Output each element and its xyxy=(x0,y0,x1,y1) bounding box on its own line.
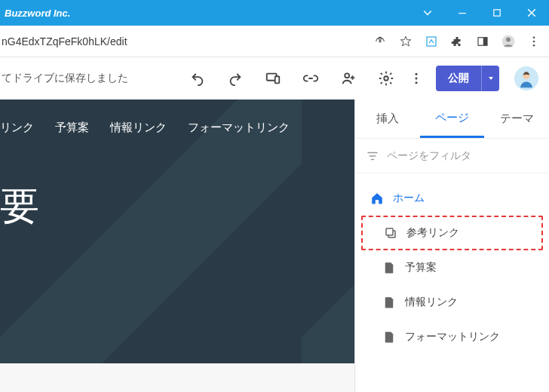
more-icon[interactable] xyxy=(526,34,541,49)
page-icon xyxy=(382,261,396,274)
window-title: Buzzword Inc. xyxy=(5,8,70,19)
copy-icon xyxy=(384,226,397,240)
profile-icon[interactable] xyxy=(501,34,516,49)
page-icon xyxy=(382,330,396,344)
svg-point-15 xyxy=(416,78,418,80)
page-label: 情報リンク xyxy=(405,296,458,309)
publish-button[interactable]: 公開 xyxy=(436,66,481,91)
right-sidebar: 挿入 ページ テーマ ページをフィルタ ホーム 参考リンク 予算案 情報リン xyxy=(354,100,549,392)
nav-item[interactable]: リンク xyxy=(0,121,34,135)
nav-item[interactable]: 予算案 xyxy=(55,121,89,135)
svg-point-13 xyxy=(384,76,388,81)
save-status: てドライブに保存しました xyxy=(0,72,128,85)
svg-point-14 xyxy=(416,73,418,75)
publish-dropdown[interactable] xyxy=(481,66,499,91)
chevron-down-icon[interactable] xyxy=(410,0,445,26)
close-button[interactable] xyxy=(514,0,549,26)
extensions-icon[interactable] xyxy=(449,34,465,49)
page-item-info[interactable]: 情報リンク xyxy=(355,285,549,320)
hero-title[interactable]: 要 xyxy=(0,180,339,233)
hero-section: リンク 予算案 情報リンク フォーマットリンク 要 xyxy=(0,100,354,363)
filter-icon xyxy=(366,149,379,163)
site-nav: リンク 予算案 情報リンク フォーマットリンク xyxy=(0,121,339,135)
filter-placeholder: ページをフィルタ xyxy=(387,149,471,163)
home-icon xyxy=(370,191,384,205)
link-icon[interactable] xyxy=(296,63,326,93)
nav-item[interactable]: フォーマットリンク xyxy=(188,121,290,135)
share-icon[interactable] xyxy=(373,34,388,49)
share-people-icon[interactable] xyxy=(333,63,363,93)
page-item-format[interactable]: フォーマットリンク xyxy=(355,320,549,354)
tool-panel-icon[interactable] xyxy=(424,34,439,49)
star-icon[interactable] xyxy=(398,34,413,49)
page-canvas[interactable]: リンク 予算案 情報リンク フォーマットリンク 要 xyxy=(0,100,354,392)
overflow-icon[interactable] xyxy=(409,63,424,93)
url-text[interactable]: nG4EdxTZqFeFk0hLK/edit xyxy=(2,35,373,47)
page-item-ref[interactable]: 参考リンク xyxy=(361,216,543,250)
svg-point-12 xyxy=(345,73,349,78)
page-label: 参考リンク xyxy=(406,226,459,240)
preview-devices-icon[interactable] xyxy=(258,63,288,93)
svg-rect-0 xyxy=(459,13,466,14)
svg-point-8 xyxy=(533,40,535,42)
page-filter[interactable]: ページをフィルタ xyxy=(355,139,549,173)
page-label: ホーム xyxy=(393,191,425,205)
address-bar: nG4EdxTZqFeFk0hLK/edit xyxy=(0,26,549,57)
nav-item[interactable]: 情報リンク xyxy=(110,121,167,135)
settings-icon[interactable] xyxy=(371,63,401,93)
svg-point-7 xyxy=(533,36,535,38)
page-label: フォーマットリンク xyxy=(405,330,500,344)
svg-rect-2 xyxy=(427,37,436,46)
tab-pages[interactable]: ページ xyxy=(420,100,485,138)
svg-point-9 xyxy=(533,44,535,46)
svg-point-6 xyxy=(506,37,511,41)
svg-rect-4 xyxy=(483,37,487,45)
doc-toolbar: てドライブに保存しました 公開 xyxy=(0,57,549,100)
tab-insert[interactable]: 挿入 xyxy=(355,101,420,136)
svg-rect-11 xyxy=(275,76,280,83)
svg-point-16 xyxy=(416,81,418,84)
page-item-home[interactable]: ホーム xyxy=(355,181,549,216)
minimize-button[interactable] xyxy=(445,0,480,26)
window-titlebar: Buzzword Inc. xyxy=(0,0,549,26)
page-item-budget[interactable]: 予算案 xyxy=(355,250,549,285)
sidepanel-icon[interactable] xyxy=(475,34,490,49)
user-avatar[interactable] xyxy=(514,66,538,90)
svg-rect-1 xyxy=(494,10,500,16)
tab-theme[interactable]: テーマ xyxy=(484,101,549,136)
redo-button[interactable] xyxy=(220,63,250,93)
maximize-button[interactable] xyxy=(480,0,514,26)
page-icon xyxy=(382,296,396,309)
page-label: 予算案 xyxy=(405,261,437,274)
undo-button[interactable] xyxy=(182,63,213,93)
page-list: ホーム 参考リンク 予算案 情報リンク フォーマットリンク xyxy=(355,173,549,362)
svg-rect-20 xyxy=(386,228,393,235)
